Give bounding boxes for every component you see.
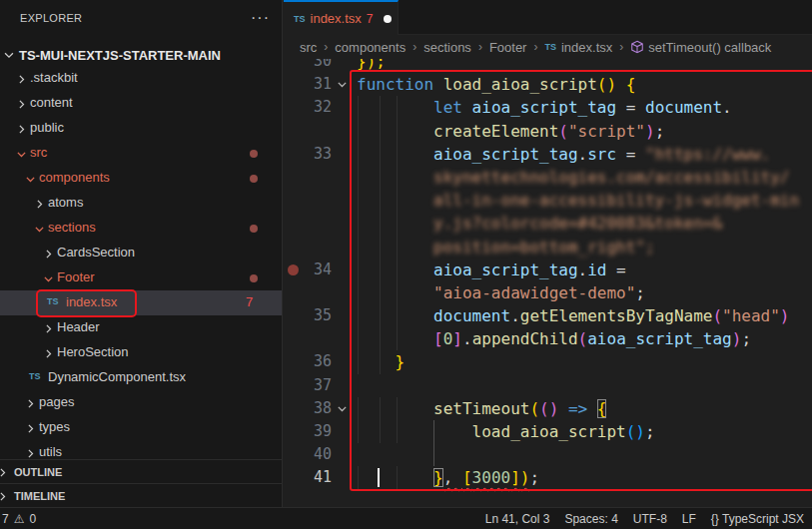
code-row[interactable]: 41 }, [3000]);	[284, 466, 812, 489]
chevron-right-icon[interactable]	[40, 345, 56, 361]
code-row[interactable]: createElement("script");	[284, 120, 812, 143]
ts-file-icon: TS	[47, 296, 59, 306]
code-row[interactable]: 37	[284, 374, 812, 397]
chevron-down-icon[interactable]	[22, 171, 38, 187]
code-row[interactable]: 33 aioa_script_tag.src = "https://www.	[284, 143, 812, 166]
breadcrumb-item[interactable]: TSindex.tsx	[544, 40, 612, 55]
code-row[interactable]: all-in-one-accessibility-js-widget-min	[284, 189, 812, 212]
tree-item-footer[interactable]: Footer	[0, 265, 282, 290]
code-row[interactable]: 39 load_aioa_script();	[284, 420, 812, 443]
breadcrumb-separator: ›	[412, 40, 416, 54]
chevron-right-icon[interactable]	[31, 196, 47, 212]
more-actions-icon[interactable]: ···	[251, 9, 270, 27]
tree-item-label: CardsSection	[57, 245, 135, 260]
status-item-ln-41-col-3[interactable]: Ln 41, Col 3	[485, 512, 550, 526]
explorer-title: EXPLORER	[20, 12, 82, 24]
code-row[interactable]: position=bottom_right";	[284, 236, 812, 259]
code-area[interactable]: 30});31function load_aioa_script() {32 l…	[284, 50, 812, 490]
panel-outline[interactable]: OUTLINE	[0, 459, 282, 483]
chevron-right-icon[interactable]	[13, 96, 29, 112]
chevron-right-icon[interactable]	[22, 445, 38, 459]
code-line-text: let aioa_script_tag = document.	[357, 97, 732, 118]
breadcrumb-item[interactable]: setTimeout() callback	[630, 40, 771, 55]
chevron-right-icon[interactable]	[40, 320, 56, 336]
chevron-down-icon[interactable]	[31, 221, 47, 237]
code-row[interactable]: 34 aioa_script_tag.id =	[284, 259, 812, 281]
chevron-down-icon	[2, 48, 16, 62]
fold-chevron-icon[interactable]	[336, 401, 349, 419]
line-number: 31	[284, 75, 332, 93]
tree-item-dynamiccomponent-tsx[interactable]: TSDynamicComponent.tsx	[0, 365, 282, 390]
breadcrumb-item[interactable]: src	[300, 40, 317, 55]
breadcrumb-item[interactable]: sections	[423, 40, 471, 55]
tree-item-components[interactable]: components	[0, 166, 282, 191]
code-row[interactable]: 38 setTimeout(() => {	[284, 397, 812, 420]
breadcrumb-separator: ›	[619, 40, 623, 54]
tree-item-sections[interactable]: sections	[0, 216, 282, 241]
line-number: 41	[284, 468, 332, 486]
chevron-right-icon[interactable]	[13, 121, 29, 137]
tree-item--stackbit[interactable]: .stackbit	[0, 66, 282, 91]
code-line-text: y.js?colorcode=#420083&token=&	[357, 213, 722, 234]
chevron-down-icon[interactable]	[13, 146, 29, 162]
fold-chevron-icon[interactable]	[336, 77, 349, 95]
code-line-text: [0].appendChild(aioa_script_tag);	[357, 328, 751, 349]
tab-index-tsx[interactable]: TS index.tsx 7	[284, 0, 399, 35]
chevron-right-icon[interactable]	[22, 395, 38, 411]
code-row[interactable]: 36 }	[284, 350, 812, 373]
code-row[interactable]: 35 document.getElementsByTagName("head")	[284, 304, 812, 327]
problems-status[interactable]: 7 ⚠ 0	[0, 512, 36, 526]
code-line-text: createElement("script");	[357, 121, 664, 142]
tree-item-header[interactable]: Header	[0, 315, 282, 340]
breadcrumb-item[interactable]: components	[335, 40, 406, 55]
code-row[interactable]: "aioa-adawidget-demo";	[284, 281, 812, 304]
tree-item-types[interactable]: types	[0, 415, 282, 440]
chevron-right-icon[interactable]	[13, 71, 29, 87]
chevron-down-icon[interactable]	[40, 270, 56, 286]
status-bar: 7 ⚠ 0 Ln 41, Col 3Spaces: 4UTF-8LF{} Typ…	[0, 507, 812, 529]
code-row[interactable]: skynettechnologies.com/accessibility/	[284, 166, 812, 189]
code-line-text: setTimeout(() => {	[357, 398, 606, 419]
tree-item-cardssection[interactable]: CardsSection	[0, 241, 282, 265]
code-editor[interactable]: TS index.tsx 7 src›components›sections›F…	[284, 0, 812, 507]
tree-item-label: public	[30, 120, 64, 135]
code-line-text: aioa_script_tag.id =	[357, 260, 635, 280]
indent-guide	[433, 443, 434, 466]
chevron-right-icon[interactable]	[40, 246, 56, 262]
tree-item-content[interactable]: content	[0, 91, 282, 116]
breadcrumb-item[interactable]: Footer	[489, 40, 527, 55]
root-folder-item[interactable]: TS-MUI-NEXTJS-STARTER-MAIN	[0, 44, 282, 66]
vscode-window: EXPLORER ··· TS-MUI-NEXTJS-STARTER-MAIN …	[0, 0, 812, 529]
tree-item-herosection[interactable]: HeroSection	[0, 340, 282, 365]
breadcrumb: src›components›sections›Footer›TSindex.t…	[284, 35, 812, 59]
code-row[interactable]: 32 let aioa_script_tag = document.	[284, 96, 812, 119]
code-row[interactable]: [0].appendChild(aioa_script_tag);	[284, 327, 812, 350]
tree-item-index-tsx[interactable]: TSindex.tsx7	[0, 290, 282, 315]
line-number: 34	[284, 261, 332, 278]
chevron-right-icon[interactable]	[22, 420, 38, 436]
tree-item-label: index.tsx	[66, 294, 117, 309]
breadcrumb-label: components	[335, 40, 406, 55]
tree-item-src[interactable]: src	[0, 141, 282, 166]
code-line-text: document.getElementsByTagName("head")	[357, 305, 790, 326]
status-item-typescript-jsx[interactable]: {} TypeScript JSX	[711, 512, 804, 526]
code-row[interactable]: y.js?colorcode=#420083&token=&	[284, 212, 812, 235]
status-item-spaces-4[interactable]: Spaces: 4	[564, 512, 617, 526]
code-row[interactable]: 40	[284, 443, 812, 466]
tree-item-utils[interactable]: utils	[0, 440, 282, 459]
code-line-text: }, [3000]);	[357, 467, 539, 488]
tree-item-pages[interactable]: pages	[0, 390, 282, 415]
chevron-right-icon	[0, 489, 9, 507]
tab-modified-dot[interactable]	[384, 15, 392, 23]
panel-timeline[interactable]: TIMELINE	[0, 483, 282, 507]
tree-item-label: DynamicComponent.tsx	[48, 369, 186, 384]
tree-item-atoms[interactable]: atoms	[0, 191, 282, 216]
status-item-utf-8[interactable]: UTF-8	[633, 512, 667, 526]
status-item-lf[interactable]: LF	[682, 512, 696, 526]
tree-item-label: src	[30, 145, 47, 160]
tree-item-public[interactable]: public	[0, 116, 282, 141]
tree-item-label: Footer	[57, 269, 95, 284]
code-line-text: skynettechnologies.com/accessibility/	[357, 167, 789, 188]
line-number: 40	[284, 445, 332, 463]
code-row[interactable]: 31function load_aioa_script() {	[284, 73, 812, 96]
